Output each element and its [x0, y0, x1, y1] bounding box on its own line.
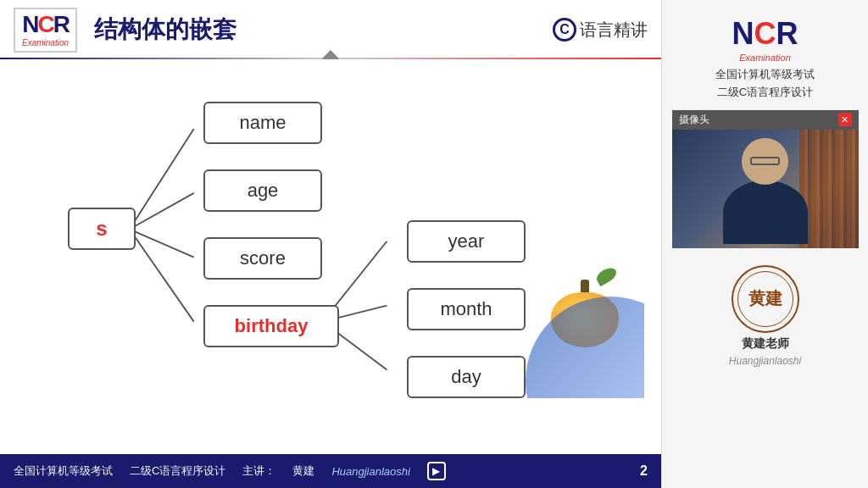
svg-line-2	[130, 230, 194, 258]
slide-content: s name age score birthday year	[0, 59, 661, 454]
play-button[interactable]: ▶	[427, 462, 446, 480]
camera-feed: 摄像头 ✕	[672, 110, 859, 248]
pumpkin-leaf	[594, 265, 619, 286]
person-silhouette	[715, 138, 816, 248]
camera-video	[672, 130, 859, 248]
svg-line-3	[130, 230, 194, 322]
s-node: s	[68, 208, 136, 250]
right-logo-box: NCR Examination 全国计算机等级考试 二级C语言程序设计	[715, 19, 815, 102]
person-glasses	[750, 157, 780, 165]
swirl-decoration	[509, 297, 644, 398]
footer: 全国计算机等级考试 二级C语言程序设计 主讲： 黄建 Huangjianlaos…	[0, 454, 661, 488]
teacher-seal: 黄建	[732, 265, 799, 333]
teacher-section: 黄建 黄建老师 Huangjianlaoshi	[729, 265, 801, 367]
camera-close-button[interactable]: ✕	[838, 113, 852, 126]
diagram: s name age score birthday year	[17, 76, 644, 398]
person-head	[742, 138, 788, 185]
svg-line-0	[130, 129, 194, 230]
c-circle-icon: C	[553, 18, 576, 42]
month-node: month	[407, 288, 526, 330]
swirl-inner	[526, 297, 644, 398]
footer-host-prefix: 主讲：	[242, 463, 275, 479]
right-subtitle: 全国计算机等级考试 二级C语言程序设计	[715, 66, 815, 102]
age-node: age	[203, 169, 322, 212]
c-lang-label: C 语言精讲	[553, 18, 648, 42]
exam-label: Examination	[22, 38, 69, 47]
lang-desc: 语言精讲	[580, 19, 648, 42]
score-node: score	[203, 237, 322, 280]
right-panel: NCR Examination 全国计算机等级考试 二级C语言程序设计 摄像头 …	[661, 0, 868, 488]
ncr-logo: NCR	[22, 13, 69, 36]
year-node: year	[407, 220, 526, 263]
pumpkin-stem	[581, 280, 589, 292]
footer-course: 二级C语言程序设计	[130, 463, 225, 479]
slide-title: 结构体的嵌套	[94, 14, 553, 46]
seal-inner-ring	[737, 271, 793, 327]
camera-label: 摄像头	[679, 113, 709, 127]
right-exam-label: Examination	[739, 53, 791, 63]
right-ncr-logo: NCR	[732, 19, 798, 49]
teacher-name-cn: 黄建老师	[742, 336, 789, 352]
day-node: day	[407, 356, 526, 398]
main-panel: NCR Examination 结构体的嵌套 C 语言精讲	[0, 0, 661, 488]
person-body	[723, 180, 808, 244]
name-node: name	[203, 102, 322, 144]
birthday-node: birthday	[203, 305, 339, 347]
teacher-name-en: Huangjianlaoshi	[729, 355, 801, 367]
page-number: 2	[640, 463, 648, 479]
footer-host: 黄建	[292, 463, 314, 479]
svg-line-1	[130, 193, 194, 230]
footer-org: 全国计算机等级考试	[14, 463, 113, 479]
camera-header: 摄像头 ✕	[672, 110, 859, 130]
footer-italic: Huangjianlaoshi	[331, 465, 410, 478]
logo-box: NCR Examination	[14, 8, 77, 53]
